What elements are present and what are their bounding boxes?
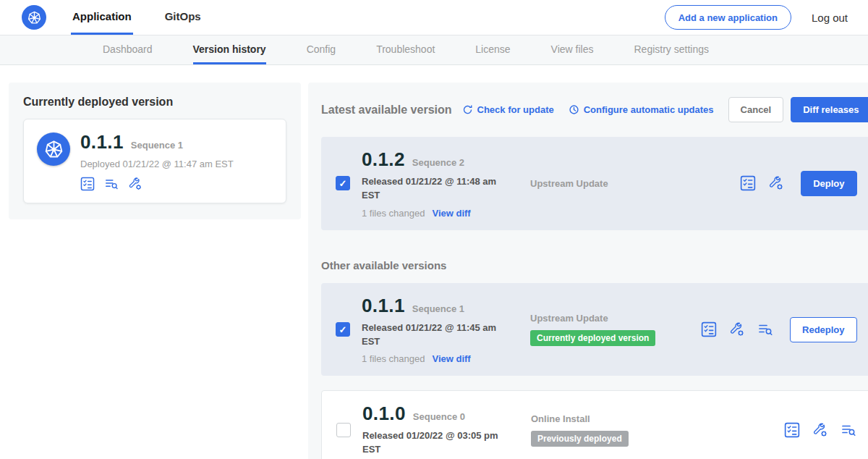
other-versions-title: Other available versions	[321, 259, 868, 271]
redeploy-button[interactable]: Redeploy	[790, 317, 857, 342]
subnav-item-version-history[interactable]: Version history	[193, 35, 266, 64]
version-number: 0.1.1	[362, 295, 405, 317]
version-actions: Redeploy	[701, 317, 857, 342]
main-content: Currently deployed version 0.1.1 Sequenc…	[0, 65, 868, 459]
subnav-item-registry-settings[interactable]: Registry settings	[634, 35, 708, 64]
sequence-label: Sequence 1	[412, 303, 464, 314]
version-info: 0.1.1 Sequence 1 Released 01/21/22 @ 11:…	[362, 295, 510, 365]
source-label: Upstream Update	[530, 178, 740, 189]
deploy-logs-icon[interactable]	[841, 422, 856, 438]
cancel-button[interactable]: Cancel	[728, 97, 784, 122]
version-checkbox[interactable]	[336, 176, 350, 190]
subnav-item-config[interactable]: Config	[307, 35, 336, 64]
sequence-label: Sequence 2	[412, 157, 464, 168]
latest-version-header: Latest available version Check for updat…	[321, 97, 868, 122]
tab-gitops[interactable]: GitOps	[163, 0, 203, 35]
subnav-item-license[interactable]: License	[475, 35, 510, 64]
tab-gitops-label: GitOps	[165, 10, 201, 22]
deployed-version-panel: Currently deployed version 0.1.1 Sequenc…	[9, 83, 301, 219]
configure-updates-link[interactable]: Configure automatic updates	[569, 104, 714, 115]
release-notes-icon[interactable]	[701, 321, 717, 337]
files-changed-label: 1 files changed	[362, 208, 425, 219]
version-source: Upstream Update	[510, 178, 740, 189]
latest-version-title: Latest available version	[321, 104, 452, 117]
version-checkbox[interactable]	[336, 322, 350, 337]
version-source: Upstream Update Currently deployed versi…	[510, 313, 701, 346]
config-icon[interactable]	[128, 177, 142, 191]
released-timestamp: Released 01/20/22 @ 03:05 pm EST	[362, 429, 504, 457]
version-row: 0.1.1 Sequence 1 Released 01/21/22 @ 11:…	[321, 283, 868, 376]
release-notes-icon[interactable]	[740, 175, 756, 191]
source-label: Upstream Update	[530, 313, 701, 324]
view-diff-link[interactable]: View diff	[432, 353, 470, 364]
subnav-item-view-files[interactable]: View files	[551, 35, 594, 64]
available-versions-panel: Latest available version Check for updat…	[308, 83, 868, 459]
topnav: Application GitOps Add a new application…	[0, 0, 868, 35]
check-for-update-link[interactable]: Check for update	[462, 104, 554, 115]
tab-application[interactable]: Application	[71, 0, 133, 35]
released-timestamp: Released 01/21/22 @ 11:45 am EST	[362, 321, 503, 349]
deployed-timestamp: Deployed 01/21/22 @ 11:47 am EST	[80, 159, 234, 169]
deploy-button[interactable]: Deploy	[801, 171, 856, 196]
config-icon[interactable]	[812, 422, 828, 438]
released-timestamp: Released 01/21/22 @ 11:48 am EST	[362, 175, 503, 203]
deploy-logs-icon[interactable]	[757, 321, 773, 337]
previously-deployed-badge: Previously deployed	[531, 431, 629, 447]
kubernetes-logo-icon	[22, 5, 46, 30]
refresh-icon	[462, 104, 473, 115]
version-checkbox[interactable]	[336, 423, 351, 437]
version-number: 0.1.2	[362, 148, 405, 171]
kubernetes-app-icon	[37, 132, 70, 166]
topnav-tabs: Application GitOps	[71, 0, 233, 35]
release-notes-icon[interactable]	[784, 422, 800, 438]
source-label: Online Install	[531, 413, 784, 424]
deployed-version-number: 0.1.1	[80, 131, 124, 153]
files-changed-label: 1 files changed	[362, 353, 425, 364]
deployed-panel-title: Currently deployed version	[23, 96, 286, 109]
logout-button[interactable]: Log out	[812, 12, 848, 24]
deployed-version-card: 0.1.1 Sequence 1 Deployed 01/21/22 @ 11:…	[23, 119, 286, 203]
subnav-item-dashboard[interactable]: Dashboard	[103, 35, 153, 64]
version-row: 0.1.0 Sequence 0 Released 01/20/22 @ 03:…	[321, 390, 868, 459]
subnav-item-troubleshoot[interactable]: Troubleshoot	[376, 35, 435, 64]
deploy-logs-icon[interactable]	[104, 177, 119, 191]
sequence-label: Sequence 0	[413, 411, 465, 422]
version-info: 0.1.0 Sequence 0 Released 01/20/22 @ 03:…	[362, 403, 511, 457]
diff-releases-button[interactable]: Diff releases	[791, 97, 868, 122]
tab-application-label: Application	[72, 10, 132, 22]
version-number: 0.1.0	[362, 403, 406, 425]
version-info: 0.1.2 Sequence 2 Released 01/21/22 @ 11:…	[362, 148, 510, 219]
config-icon[interactable]	[729, 321, 745, 337]
configure-updates-label: Configure automatic updates	[584, 104, 714, 115]
view-diff-link[interactable]: View diff	[432, 208, 470, 219]
version-source: Online Install Previously deployed	[511, 413, 784, 447]
config-icon[interactable]	[768, 175, 784, 191]
currently-deployed-badge: Currently deployed version	[530, 330, 655, 346]
release-notes-icon[interactable]	[80, 177, 95, 191]
version-actions	[784, 422, 856, 438]
version-row: 0.1.2 Sequence 2 Released 01/21/22 @ 11:…	[321, 137, 868, 230]
check-for-update-label: Check for update	[477, 104, 554, 115]
version-actions: Deploy	[740, 171, 856, 196]
deployed-sequence-label: Sequence 1	[131, 140, 183, 151]
deployed-version-info: 0.1.1 Sequence 1 Deployed 01/21/22 @ 11:…	[80, 131, 234, 191]
clock-icon	[569, 104, 579, 115]
deployed-icon-row	[80, 177, 234, 191]
subnav: Dashboard Version history Config Trouble…	[0, 35, 868, 65]
add-application-button[interactable]: Add a new application	[665, 5, 791, 30]
